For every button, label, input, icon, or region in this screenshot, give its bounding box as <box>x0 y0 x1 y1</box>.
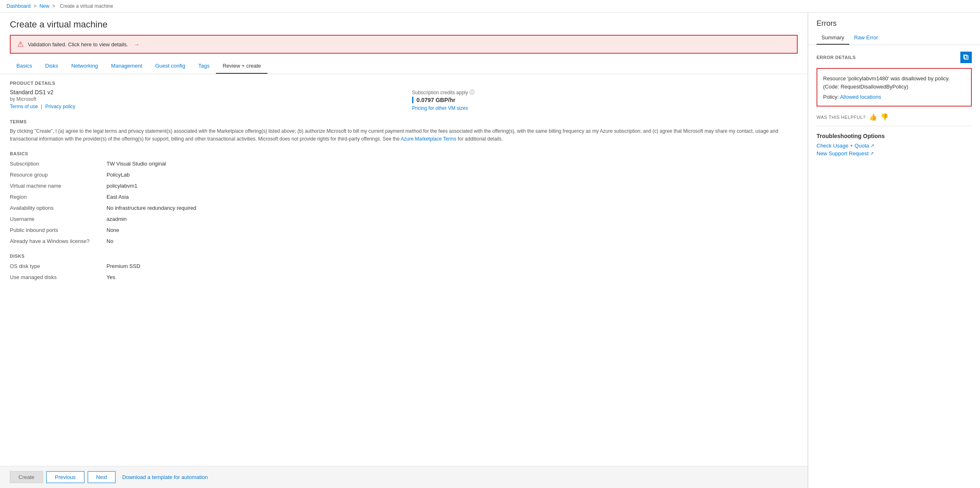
validation-arrow: → <box>134 41 139 48</box>
validation-message: Validation failed. Click here to view de… <box>28 41 128 48</box>
svg-rect-0 <box>964 56 968 59</box>
page-title: Create a virtual machine <box>10 19 798 30</box>
pricing-link: Pricing for other VM sizes <box>412 105 798 111</box>
marketplace-terms-link[interactable]: Azure Marketplace Terms <box>401 136 456 142</box>
helpful-label: WAS THIS HELPFUL? <box>817 115 866 120</box>
allowed-locations-link[interactable]: Allowed locations <box>840 94 881 100</box>
info-icon: ⓘ <box>470 89 474 96</box>
basics-label: Resource group <box>10 170 100 179</box>
download-template-link[interactable]: Download a template for automation <box>122 474 208 480</box>
credit-label: Subscription credits apply ⓘ <box>412 89 798 96</box>
external-icon-1: ➚ <box>871 143 874 148</box>
external-icon-2: ➚ <box>870 151 874 156</box>
tab-basics[interactable]: Basics <box>10 59 39 74</box>
bottom-bar: Create Previous Next Download a template… <box>0 466 808 488</box>
disks-label: OS disk type <box>10 262 100 270</box>
tab-tags[interactable]: Tags <box>192 59 216 74</box>
tab-management[interactable]: Management <box>104 59 149 74</box>
disks-grid: OS disk typePremium SSDUse managed disks… <box>10 262 798 281</box>
right-panel: Errors Summary Raw Error ERROR DETAILS R… <box>808 13 980 488</box>
basics-label: Region <box>10 193 100 201</box>
basics-value: azadmin <box>107 215 798 223</box>
product-details-header: PRODUCT DETAILS <box>10 81 798 86</box>
basics-label: Already have a Windows license? <box>10 237 100 245</box>
terms-of-use-link[interactable]: Terms of use <box>10 104 38 109</box>
thumbs-down-button[interactable]: 👎 <box>880 113 889 121</box>
tab-raw-error[interactable]: Raw Error <box>849 31 883 45</box>
copy-button[interactable] <box>960 52 972 63</box>
product-name: Standard DS1 v2 <box>10 89 396 95</box>
tab-summary[interactable]: Summary <box>817 31 849 45</box>
error-box: Resource 'policylabvm1480' was disallowe… <box>817 68 972 107</box>
basics-grid: SubscriptionTW Visual Studio originalRes… <box>10 159 798 245</box>
disks-label: Use managed disks <box>10 273 100 281</box>
errors-title: Errors <box>808 13 980 31</box>
vm-sizes-link[interactable]: Pricing for other VM sizes <box>412 105 468 111</box>
helpful-row: WAS THIS HELPFUL? 👍 👎 <box>817 113 972 121</box>
breadcrumb-current: Create a virtual machine <box>60 3 113 9</box>
validation-banner[interactable]: ⚠ Validation failed. Click here to view … <box>10 35 798 54</box>
product-left: Standard DS1 v2 by Microsoft Terms of us… <box>10 89 396 111</box>
tabs-bar: Basics Disks Networking Management Guest… <box>0 59 808 74</box>
error-details-label: ERROR DETAILS <box>817 52 972 63</box>
basics-header: BASICS <box>10 151 798 156</box>
basics-value: No infrastructure redundancy required <box>107 204 798 212</box>
new-support-link[interactable]: New Support Request ➚ <box>817 150 972 157</box>
divider <box>817 126 972 126</box>
troubleshooting-header: Troubleshooting Options <box>817 133 972 139</box>
disks-section: DISKS OS disk typePremium SSDUse managed… <box>10 254 798 281</box>
disks-value: Yes <box>107 273 798 281</box>
error-icon: ⚠ <box>17 40 24 49</box>
basics-label: Subscription <box>10 159 100 168</box>
basics-section: BASICS SubscriptionTW Visual Studio orig… <box>10 151 798 245</box>
left-panel: Create a virtual machine ⚠ Validation fa… <box>0 13 808 488</box>
basics-value: PolicyLab <box>107 170 798 179</box>
breadcrumb-new[interactable]: New <box>39 3 49 9</box>
price: 0.0797 GBP/hr <box>412 97 798 103</box>
basics-label: Username <box>10 215 100 223</box>
product-links: Terms of use | Privacy policy <box>10 104 396 109</box>
error-policy: Policy: Allowed locations <box>823 94 965 100</box>
product-right: Subscription credits apply ⓘ 0.0797 GBP/… <box>412 89 798 111</box>
svg-rect-1 <box>964 55 967 58</box>
tab-networking[interactable]: Networking <box>65 59 104 74</box>
breadcrumb-sep1: > <box>34 3 38 9</box>
errors-tabs: Summary Raw Error <box>808 31 980 45</box>
tab-guest-config[interactable]: Guest config <box>149 59 192 74</box>
basics-value: East Asia <box>107 193 798 201</box>
disks-value: Premium SSD <box>107 262 798 270</box>
product-vendor: by Microsoft <box>10 96 396 102</box>
basics-value: None <box>107 226 798 234</box>
tab-review-create[interactable]: Review + create <box>216 59 268 74</box>
basics-label: Virtual machine name <box>10 182 100 190</box>
error-box-text: Resource 'policylabvm1480' was disallowe… <box>823 75 965 91</box>
terms-header: TERMS <box>10 119 798 124</box>
content-area: PRODUCT DETAILS Standard DS1 v2 by Micro… <box>0 74 808 466</box>
breadcrumb: Dashboard > New > Create a virtual machi… <box>0 0 980 13</box>
basics-value: No <box>107 237 798 245</box>
basics-value: TW Visual Studio original <box>107 159 798 168</box>
breadcrumb-sep2: > <box>52 3 57 9</box>
product-details-row: Standard DS1 v2 by Microsoft Terms of us… <box>10 89 798 111</box>
terms-text: By clicking "Create", I (a) agree to the… <box>10 127 798 143</box>
basics-label: Public inbound ports <box>10 226 100 234</box>
disks-header: DISKS <box>10 254 798 259</box>
tab-disks[interactable]: Disks <box>39 59 65 74</box>
basics-label: Availability options <box>10 204 100 212</box>
next-button[interactable]: Next <box>88 471 116 483</box>
basics-value: policylabvm1 <box>107 182 798 190</box>
previous-button[interactable]: Previous <box>46 471 84 483</box>
errors-content: ERROR DETAILS Resource 'policylabvm1480'… <box>808 45 980 488</box>
check-quota-link[interactable]: Check Usage + Quota ➚ <box>817 143 972 149</box>
privacy-policy-link[interactable]: Privacy policy <box>45 104 75 109</box>
breadcrumb-dashboard[interactable]: Dashboard <box>7 3 31 9</box>
create-button[interactable]: Create <box>10 471 43 483</box>
thumbs-up-button[interactable]: 👍 <box>869 113 877 121</box>
